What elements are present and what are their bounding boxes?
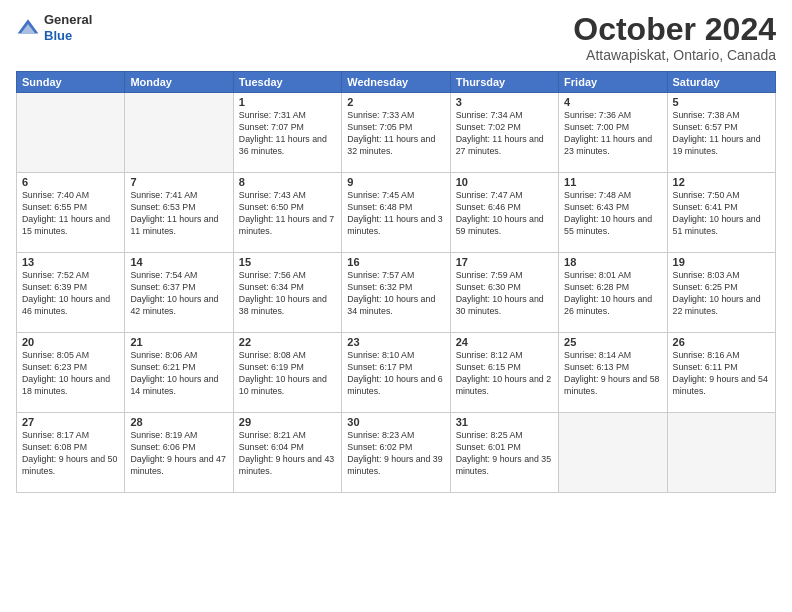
day-header: Monday [125,72,233,93]
day-info: Sunrise: 8:23 AMSunset: 6:02 PMDaylight:… [347,430,444,478]
calendar-table: SundayMondayTuesdayWednesdayThursdayFrid… [16,71,776,493]
day-info: Sunrise: 7:40 AMSunset: 6:55 PMDaylight:… [22,190,119,238]
day-number: 4 [564,96,661,108]
calendar-cell: 15Sunrise: 7:56 AMSunset: 6:34 PMDayligh… [233,253,341,333]
day-info: Sunrise: 7:57 AMSunset: 6:32 PMDaylight:… [347,270,444,318]
day-number: 6 [22,176,119,188]
day-info: Sunrise: 7:56 AMSunset: 6:34 PMDaylight:… [239,270,336,318]
day-number: 15 [239,256,336,268]
day-number: 21 [130,336,227,348]
day-info: Sunrise: 8:08 AMSunset: 6:19 PMDaylight:… [239,350,336,398]
calendar-cell: 14Sunrise: 7:54 AMSunset: 6:37 PMDayligh… [125,253,233,333]
day-header: Saturday [667,72,775,93]
day-info: Sunrise: 8:01 AMSunset: 6:28 PMDaylight:… [564,270,661,318]
calendar-cell: 25Sunrise: 8:14 AMSunset: 6:13 PMDayligh… [559,333,667,413]
calendar-cell: 9Sunrise: 7:45 AMSunset: 6:48 PMDaylight… [342,173,450,253]
day-number: 1 [239,96,336,108]
calendar-cell: 31Sunrise: 8:25 AMSunset: 6:01 PMDayligh… [450,413,558,493]
day-info: Sunrise: 8:16 AMSunset: 6:11 PMDaylight:… [673,350,770,398]
day-info: Sunrise: 7:48 AMSunset: 6:43 PMDaylight:… [564,190,661,238]
day-header: Friday [559,72,667,93]
day-info: Sunrise: 7:31 AMSunset: 7:07 PMDaylight:… [239,110,336,158]
calendar-week: 1Sunrise: 7:31 AMSunset: 7:07 PMDaylight… [17,93,776,173]
calendar-cell [125,93,233,173]
day-info: Sunrise: 8:14 AMSunset: 6:13 PMDaylight:… [564,350,661,398]
calendar-cell: 16Sunrise: 7:57 AMSunset: 6:32 PMDayligh… [342,253,450,333]
day-info: Sunrise: 7:47 AMSunset: 6:46 PMDaylight:… [456,190,553,238]
calendar-cell: 13Sunrise: 7:52 AMSunset: 6:39 PMDayligh… [17,253,125,333]
day-header: Thursday [450,72,558,93]
day-header: Wednesday [342,72,450,93]
day-info: Sunrise: 7:59 AMSunset: 6:30 PMDaylight:… [456,270,553,318]
calendar-cell: 20Sunrise: 8:05 AMSunset: 6:23 PMDayligh… [17,333,125,413]
day-info: Sunrise: 8:19 AMSunset: 6:06 PMDaylight:… [130,430,227,478]
day-number: 12 [673,176,770,188]
calendar-cell: 8Sunrise: 7:43 AMSunset: 6:50 PMDaylight… [233,173,341,253]
day-number: 27 [22,416,119,428]
day-info: Sunrise: 7:50 AMSunset: 6:41 PMDaylight:… [673,190,770,238]
day-number: 26 [673,336,770,348]
logo: General Blue [16,12,92,43]
calendar-cell [17,93,125,173]
calendar-cell: 22Sunrise: 8:08 AMSunset: 6:19 PMDayligh… [233,333,341,413]
day-info: Sunrise: 7:38 AMSunset: 6:57 PMDaylight:… [673,110,770,158]
title-block: October 2024 Attawapiskat, Ontario, Cana… [573,12,776,63]
calendar-cell: 19Sunrise: 8:03 AMSunset: 6:25 PMDayligh… [667,253,775,333]
calendar-cell: 23Sunrise: 8:10 AMSunset: 6:17 PMDayligh… [342,333,450,413]
day-number: 2 [347,96,444,108]
calendar-week: 20Sunrise: 8:05 AMSunset: 6:23 PMDayligh… [17,333,776,413]
day-info: Sunrise: 7:52 AMSunset: 6:39 PMDaylight:… [22,270,119,318]
page: General Blue October 2024 Attawapiskat, … [0,0,792,612]
calendar-cell: 2Sunrise: 7:33 AMSunset: 7:05 PMDaylight… [342,93,450,173]
day-number: 14 [130,256,227,268]
day-number: 5 [673,96,770,108]
day-number: 28 [130,416,227,428]
day-info: Sunrise: 8:25 AMSunset: 6:01 PMDaylight:… [456,430,553,478]
calendar-cell: 30Sunrise: 8:23 AMSunset: 6:02 PMDayligh… [342,413,450,493]
day-info: Sunrise: 7:43 AMSunset: 6:50 PMDaylight:… [239,190,336,238]
day-number: 9 [347,176,444,188]
day-info: Sunrise: 8:12 AMSunset: 6:15 PMDaylight:… [456,350,553,398]
calendar-cell: 4Sunrise: 7:36 AMSunset: 7:00 PMDaylight… [559,93,667,173]
calendar-cell: 1Sunrise: 7:31 AMSunset: 7:07 PMDaylight… [233,93,341,173]
day-number: 29 [239,416,336,428]
day-number: 3 [456,96,553,108]
day-info: Sunrise: 7:34 AMSunset: 7:02 PMDaylight:… [456,110,553,158]
calendar-cell [667,413,775,493]
calendar-cell [559,413,667,493]
day-info: Sunrise: 8:06 AMSunset: 6:21 PMDaylight:… [130,350,227,398]
day-header: Sunday [17,72,125,93]
day-info: Sunrise: 7:33 AMSunset: 7:05 PMDaylight:… [347,110,444,158]
day-number: 11 [564,176,661,188]
calendar-cell: 28Sunrise: 8:19 AMSunset: 6:06 PMDayligh… [125,413,233,493]
location: Attawapiskat, Ontario, Canada [573,47,776,63]
day-number: 22 [239,336,336,348]
day-number: 23 [347,336,444,348]
header-row: SundayMondayTuesdayWednesdayThursdayFrid… [17,72,776,93]
calendar-cell: 3Sunrise: 7:34 AMSunset: 7:02 PMDaylight… [450,93,558,173]
calendar-cell: 11Sunrise: 7:48 AMSunset: 6:43 PMDayligh… [559,173,667,253]
day-info: Sunrise: 8:10 AMSunset: 6:17 PMDaylight:… [347,350,444,398]
day-info: Sunrise: 8:03 AMSunset: 6:25 PMDaylight:… [673,270,770,318]
calendar-cell: 24Sunrise: 8:12 AMSunset: 6:15 PMDayligh… [450,333,558,413]
calendar-week: 27Sunrise: 8:17 AMSunset: 6:08 PMDayligh… [17,413,776,493]
calendar-cell: 5Sunrise: 7:38 AMSunset: 6:57 PMDaylight… [667,93,775,173]
day-info: Sunrise: 7:36 AMSunset: 7:00 PMDaylight:… [564,110,661,158]
day-number: 31 [456,416,553,428]
day-number: 16 [347,256,444,268]
day-number: 13 [22,256,119,268]
day-number: 10 [456,176,553,188]
calendar-week: 6Sunrise: 7:40 AMSunset: 6:55 PMDaylight… [17,173,776,253]
day-number: 17 [456,256,553,268]
calendar-cell: 10Sunrise: 7:47 AMSunset: 6:46 PMDayligh… [450,173,558,253]
calendar-cell: 12Sunrise: 7:50 AMSunset: 6:41 PMDayligh… [667,173,775,253]
day-info: Sunrise: 8:17 AMSunset: 6:08 PMDaylight:… [22,430,119,478]
calendar-cell: 6Sunrise: 7:40 AMSunset: 6:55 PMDaylight… [17,173,125,253]
calendar-cell: 18Sunrise: 8:01 AMSunset: 6:28 PMDayligh… [559,253,667,333]
logo-blue: Blue [44,28,92,44]
logo-icon [16,16,40,40]
day-header: Tuesday [233,72,341,93]
calendar-cell: 29Sunrise: 8:21 AMSunset: 6:04 PMDayligh… [233,413,341,493]
logo-text: General Blue [44,12,92,43]
logo-general: General [44,12,92,28]
